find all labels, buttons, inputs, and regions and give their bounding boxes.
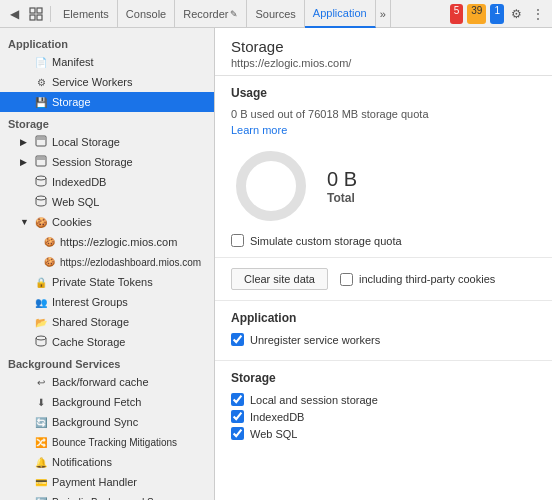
sidebar-item-cache-storage[interactable]: Cache Storage xyxy=(0,332,214,352)
sidebar-item-session-storage[interactable]: ▶ Session Storage xyxy=(0,152,214,172)
error-badge: 5 xyxy=(450,4,464,24)
local-session-storage-checkbox[interactable] xyxy=(231,393,244,406)
sidebar-section-application: Application xyxy=(0,32,214,52)
svg-point-11 xyxy=(241,156,301,216)
sidebar-section-storage: Storage xyxy=(0,112,214,132)
devtools-inspect-icon[interactable] xyxy=(26,4,46,24)
sidebar-label-cookies: Cookies xyxy=(52,216,92,228)
sidebar-item-payment-handler[interactable]: 💳 Payment Handler xyxy=(0,472,214,492)
indexeddb-clear-label: IndexedDB xyxy=(250,411,304,423)
local-session-storage-item: Local and session storage xyxy=(231,393,536,406)
usage-title: Usage xyxy=(231,86,536,100)
donut-row: 0 B Total xyxy=(231,146,536,226)
learn-more-link[interactable]: Learn more xyxy=(231,124,536,136)
sidebar-item-local-storage[interactable]: ▶ Local Storage xyxy=(0,132,214,152)
sidebar-item-cookie-ezlogic[interactable]: 🍪 https://ezlogic.mios.com xyxy=(0,232,214,252)
sidebar-label-back-forward: Back/forward cache xyxy=(52,376,149,388)
sidebar-item-notifications[interactable]: 🔔 Notifications xyxy=(0,452,214,472)
back-forward-icon: ↩ xyxy=(34,377,48,388)
indexeddb-item: IndexedDB xyxy=(231,410,536,423)
sidebar-item-bounce-tracking[interactable]: 🔀 Bounce Tracking Mitigations xyxy=(0,432,214,452)
donut-svg xyxy=(231,146,311,226)
devtools-toolbar: ◀ Elements Console Recorder ✎ Sources Ap… xyxy=(0,0,552,28)
third-party-row: including third-party cookies xyxy=(340,273,495,286)
page-title: Storage xyxy=(231,38,536,55)
application-section-title: Application xyxy=(231,311,536,325)
clear-row: Clear site data including third-party co… xyxy=(215,258,552,301)
settings-icon[interactable]: ⚙ xyxy=(506,4,526,24)
sidebar-label-storage: Storage xyxy=(52,96,91,108)
sidebar-item-interest-groups[interactable]: 👥 Interest Groups xyxy=(0,292,214,312)
tab-elements[interactable]: Elements xyxy=(55,0,118,28)
web-sql-item: Web SQL xyxy=(231,427,536,440)
sidebar-label-indexeddb: IndexedDB xyxy=(52,176,106,188)
sidebar-item-indexeddb[interactable]: IndexedDB xyxy=(0,172,214,192)
storage-clear-title: Storage xyxy=(231,371,536,385)
sidebar-item-periodic-sync[interactable]: 🔄 Periodic Background Sync xyxy=(0,492,214,500)
tab-application[interactable]: Application xyxy=(305,0,376,28)
tab-sources[interactable]: Sources xyxy=(247,0,304,28)
toolbar-tabs: Elements Console Recorder ✎ Sources Appl… xyxy=(55,0,391,28)
svg-rect-0 xyxy=(30,8,35,13)
tab-more[interactable]: » xyxy=(376,0,391,28)
sidebar-item-private-state-tokens[interactable]: 🔒 Private State Tokens xyxy=(0,272,214,292)
usage-text: 0 B used out of 76018 MB storage quota xyxy=(231,108,536,120)
sidebar-item-cookies[interactable]: ▼ 🍪 Cookies xyxy=(0,212,214,232)
svg-point-10 xyxy=(36,336,46,340)
bg-fetch-icon: ⬇ xyxy=(34,397,48,408)
cookies-icon: 🍪 xyxy=(34,217,48,228)
sidebar-label-bg-fetch: Background Fetch xyxy=(52,396,141,408)
donut-total: 0 B Total xyxy=(327,168,357,205)
indexeddb-clear-checkbox[interactable] xyxy=(231,410,244,423)
sidebar-label-bounce: Bounce Tracking Mitigations xyxy=(52,437,177,448)
page-url: https://ezlogic.mios.com/ xyxy=(231,57,536,69)
sidebar-item-shared-storage[interactable]: 📂 Shared Storage xyxy=(0,312,214,332)
sidebar-label-cookie-ezlodashboard: https://ezlodashboard.mios.com xyxy=(60,257,201,268)
sidebar-item-background-fetch[interactable]: ⬇ Background Fetch xyxy=(0,392,214,412)
simulate-quota-label: Simulate custom storage quota xyxy=(250,235,402,247)
sidebar-label-local-storage: Local Storage xyxy=(52,136,120,148)
web-sql-clear-label: Web SQL xyxy=(250,428,298,440)
tab-recorder[interactable]: Recorder ✎ xyxy=(175,0,247,28)
toolbar-right: 5 39 1 ⚙ ⋮ xyxy=(448,4,548,24)
web-sql-clear-checkbox[interactable] xyxy=(231,427,244,440)
content-header: Storage https://ezlogic.mios.com/ xyxy=(215,28,552,76)
payment-icon: 💳 xyxy=(34,477,48,488)
clear-site-data-button[interactable]: Clear site data xyxy=(231,268,328,290)
cookie-url-icon: 🍪 xyxy=(42,237,56,247)
storage-clear-section: Storage Local and session storage Indexe… xyxy=(215,361,552,454)
svg-rect-5 xyxy=(37,137,45,140)
sidebar-item-cookie-ezlodashboard[interactable]: 🍪 https://ezlodashboard.mios.com xyxy=(0,252,214,272)
devtools-dock-icon[interactable]: ◀ xyxy=(4,4,24,24)
collapse-arrow-icon: ▼ xyxy=(20,217,30,227)
sidebar-item-background-sync[interactable]: 🔄 Background Sync xyxy=(0,412,214,432)
application-section: Application Unregister service workers xyxy=(215,301,552,361)
sidebar-label-shared-storage: Shared Storage xyxy=(52,316,129,328)
expand-arrow-icon: ▶ xyxy=(20,137,30,147)
storage-icon: 💾 xyxy=(34,97,48,108)
sidebar-label-web-sql: Web SQL xyxy=(52,196,100,208)
sidebar-label-interest-groups: Interest Groups xyxy=(52,296,128,308)
sidebar-label-cookie-ezlogic: https://ezlogic.mios.com xyxy=(60,236,177,248)
svg-rect-1 xyxy=(37,8,42,13)
third-party-checkbox[interactable] xyxy=(340,273,353,286)
sidebar-item-storage[interactable]: 💾 Storage xyxy=(0,92,214,112)
bounce-icon: 🔀 xyxy=(34,437,48,448)
storage-donut-chart xyxy=(231,146,311,226)
sidebar-item-manifest[interactable]: 📄 Manifest xyxy=(0,52,214,72)
unregister-service-workers-checkbox[interactable] xyxy=(231,333,244,346)
sidebar-item-web-sql[interactable]: Web SQL xyxy=(0,192,214,212)
tab-console[interactable]: Console xyxy=(118,0,175,28)
info-badge: 1 xyxy=(490,4,504,24)
sidebar-item-back-forward-cache[interactable]: ↩ Back/forward cache xyxy=(0,372,214,392)
more-options-icon[interactable]: ⋮ xyxy=(528,4,548,24)
sidebar-label-periodic-sync: Periodic Background Sync xyxy=(52,497,169,501)
sidebar-label-private-state: Private State Tokens xyxy=(52,276,153,288)
donut-label: Total xyxy=(327,191,355,205)
sidebar-item-service-workers[interactable]: ⚙ Service Workers xyxy=(0,72,214,92)
sidebar: Application 📄 Manifest ⚙ Service Workers… xyxy=(0,28,215,500)
cookie-url2-icon: 🍪 xyxy=(42,257,56,267)
interest-groups-icon: 👥 xyxy=(34,297,48,308)
periodic-sync-icon: 🔄 xyxy=(34,497,48,501)
simulate-quota-checkbox[interactable] xyxy=(231,234,244,247)
